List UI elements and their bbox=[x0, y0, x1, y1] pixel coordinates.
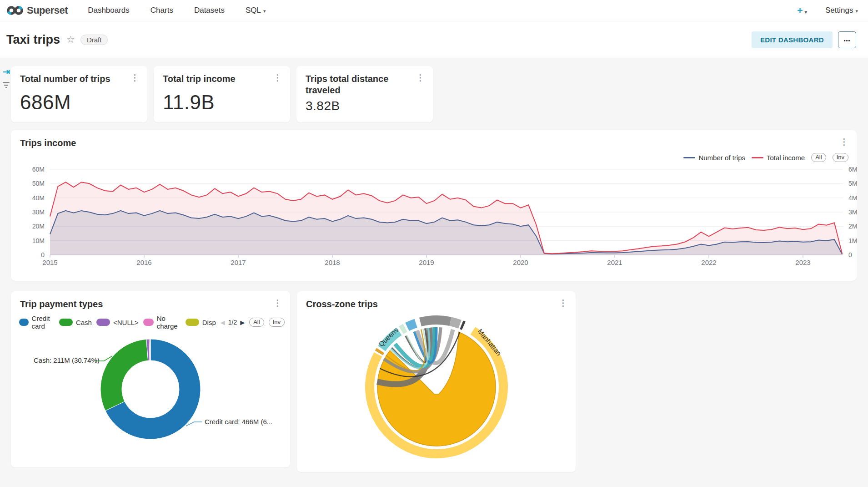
plus-icon: + bbox=[797, 5, 803, 16]
kpi-card-total-distance: Trips total distance traveled 3.82B bbox=[296, 66, 433, 122]
superset-brand[interactable]: Superset bbox=[6, 5, 68, 16]
more-options-button[interactable] bbox=[838, 31, 856, 48]
chevron-down-icon bbox=[805, 5, 808, 16]
svg-text:2019: 2019 bbox=[419, 259, 434, 266]
nav-item-charts[interactable]: Charts bbox=[151, 6, 173, 15]
kpi-card-trip-income: Total trip income 11.9B bbox=[154, 66, 290, 122]
svg-text:50M: 50M bbox=[32, 180, 45, 187]
superset-logo-icon bbox=[6, 5, 24, 16]
kpi-value: 11.9B bbox=[154, 85, 290, 114]
svg-text:2021: 2021 bbox=[607, 259, 622, 266]
nav-right: + Settings bbox=[797, 5, 858, 16]
svg-text:2023: 2023 bbox=[795, 259, 810, 266]
new-item-button[interactable]: + bbox=[797, 5, 807, 16]
nav-item-datasets[interactable]: Datasets bbox=[194, 6, 225, 15]
svg-text:30M: 30M bbox=[32, 208, 45, 216]
svg-text:2020: 2020 bbox=[513, 259, 528, 266]
filter-lines-icon bbox=[2, 82, 10, 89]
dashboard-header: Taxi trips Draft EDIT DASHBOARD bbox=[0, 21, 868, 58]
chevron-down-icon bbox=[263, 6, 266, 15]
payment-types-card: Trip payment types Credit card Cash <NUL… bbox=[11, 291, 290, 467]
svg-text:2022: 2022 bbox=[701, 259, 716, 266]
svg-text:2016: 2016 bbox=[136, 259, 151, 266]
kebab-menu-icon[interactable] bbox=[271, 73, 284, 82]
svg-text:2018: 2018 bbox=[325, 259, 340, 266]
trips-income-chart: 60M6M50M5M40M4M30M3M20M2M10M1M0020152016… bbox=[11, 130, 857, 283]
donut-chart-svg: Cash: 211M (30.74%)Credit card: 466M (6.… bbox=[11, 291, 290, 467]
payment-types-donut-chart: Cash: 211M (30.74%)Credit card: 466M (6.… bbox=[11, 291, 290, 469]
nav-menu: Dashboards Charts Datasets SQL bbox=[88, 6, 266, 15]
kpi-value: 3.82B bbox=[296, 96, 433, 113]
svg-text:2M: 2M bbox=[848, 223, 857, 230]
kpi-title: Total number of trips bbox=[20, 73, 110, 85]
brand-name: Superset bbox=[27, 5, 68, 16]
svg-text:Cash: 211M (30.74%): Cash: 211M (30.74%) bbox=[34, 356, 100, 364]
svg-text:20M: 20M bbox=[32, 223, 45, 230]
filter-icon[interactable] bbox=[2, 82, 10, 91]
svg-text:2015: 2015 bbox=[42, 259, 57, 266]
chevron-down-icon bbox=[855, 6, 858, 15]
svg-text:1M: 1M bbox=[848, 237, 857, 244]
kpi-title: Total trip income bbox=[163, 73, 236, 85]
svg-text:3M: 3M bbox=[848, 208, 857, 216]
settings-menu[interactable]: Settings bbox=[825, 6, 858, 15]
header-actions: EDIT DASHBOARD bbox=[752, 31, 856, 48]
svg-text:5M: 5M bbox=[848, 180, 857, 187]
line-chart-svg: 60M6M50M5M40M4M30M3M20M2M10M1M0020152016… bbox=[11, 130, 857, 281]
svg-text:10M: 10M bbox=[32, 237, 45, 244]
svg-text:Credit card: 466M (6...: Credit card: 466M (6... bbox=[205, 418, 272, 426]
kpi-card-total-trips: Total number of trips 686M bbox=[11, 66, 147, 122]
svg-text:40M: 40M bbox=[32, 194, 45, 202]
cross-zone-chord-chart: QueensManhattan bbox=[297, 291, 576, 474]
kpi-title: Trips total distance traveled bbox=[306, 73, 406, 96]
nav-item-dashboards[interactable]: Dashboards bbox=[88, 6, 130, 15]
kebab-menu-icon[interactable] bbox=[414, 73, 426, 82]
svg-text:0: 0 bbox=[41, 251, 45, 259]
svg-text:0: 0 bbox=[848, 251, 852, 259]
svg-text:2017: 2017 bbox=[231, 259, 246, 266]
settings-label: Settings bbox=[825, 6, 853, 15]
chord-chart-svg: QueensManhattan bbox=[297, 291, 576, 472]
trips-income-card: Trips income Number of trips Total incom… bbox=[11, 130, 857, 281]
svg-text:4M: 4M bbox=[848, 194, 857, 202]
nav-item-sql[interactable]: SQL bbox=[246, 6, 266, 15]
favorite-star-icon[interactable] bbox=[66, 34, 75, 45]
nav-item-sql-label: SQL bbox=[246, 6, 261, 15]
svg-text:6M: 6M bbox=[848, 166, 857, 173]
edit-dashboard-button[interactable]: EDIT DASHBOARD bbox=[752, 31, 833, 48]
svg-text:60M: 60M bbox=[32, 166, 45, 173]
expand-filter-bar-icon[interactable]: ⇥ bbox=[3, 66, 10, 77]
kpi-value: 686M bbox=[11, 85, 147, 114]
top-navbar: Superset Dashboards Charts Datasets SQL … bbox=[0, 0, 868, 21]
status-badge: Draft bbox=[80, 35, 108, 45]
kebab-menu-icon[interactable] bbox=[129, 73, 141, 82]
cross-zone-card: Cross-zone trips QueensManhattan bbox=[297, 291, 576, 472]
page-title: Taxi trips bbox=[6, 33, 60, 47]
dashboard-canvas: ⇥ Total number of trips 686M Total trip … bbox=[0, 58, 868, 487]
